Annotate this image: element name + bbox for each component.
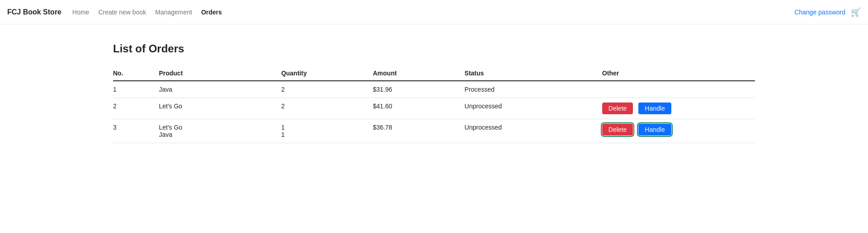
cell-no: 2 bbox=[113, 98, 159, 119]
cell-product: Let's GoJava bbox=[159, 119, 281, 143]
navbar-right: Change password 🛒 bbox=[794, 7, 861, 17]
nav-link-home[interactable]: Home bbox=[72, 9, 89, 16]
cell-quantity: 2 bbox=[281, 81, 373, 98]
cell-status: Unprocessed bbox=[465, 98, 602, 119]
cart-icon[interactable]: 🛒 bbox=[851, 7, 861, 17]
nav-link-management[interactable]: Management bbox=[155, 9, 192, 16]
nav-link-create-new-book[interactable]: Create new book bbox=[98, 9, 146, 16]
handle-button[interactable]: Handle bbox=[638, 124, 671, 135]
navbar: FCJ Book Store Home Create new book Mana… bbox=[0, 0, 868, 24]
cell-amount: $36.78 bbox=[373, 119, 465, 143]
nav-link-orders[interactable]: Orders bbox=[201, 9, 222, 16]
handle-button[interactable]: Handle bbox=[638, 103, 671, 114]
navbar-brand: FCJ Book Store bbox=[7, 8, 61, 16]
table-row: 2Let's Go2$41.60UnprocessedDeleteHandle bbox=[113, 98, 755, 119]
cell-quantity: 2 bbox=[281, 98, 373, 119]
table-body: 1Java2$31.96Processed2Let's Go2$41.60Unp… bbox=[113, 81, 755, 143]
cell-no: 1 bbox=[113, 81, 159, 98]
cell-quantity: 11 bbox=[281, 119, 373, 143]
delete-button[interactable]: Delete bbox=[602, 124, 633, 135]
main-content: List of Orders No. Product Quantity Amou… bbox=[0, 24, 868, 161]
cell-status: Unprocessed bbox=[465, 119, 602, 143]
col-header-amount: Amount bbox=[373, 66, 465, 81]
cell-other: DeleteHandle bbox=[602, 119, 755, 143]
orders-table: No. Product Quantity Amount Status Other… bbox=[113, 66, 755, 143]
col-header-product: Product bbox=[159, 66, 281, 81]
cell-amount: $31.96 bbox=[373, 81, 465, 98]
col-header-status: Status bbox=[465, 66, 602, 81]
cell-no: 3 bbox=[113, 119, 159, 143]
table-row: 3Let's GoJava11$36.78UnprocessedDeleteHa… bbox=[113, 119, 755, 143]
cell-other: DeleteHandle bbox=[602, 98, 755, 119]
cell-product: Java bbox=[159, 81, 281, 98]
navbar-left: FCJ Book Store Home Create new book Mana… bbox=[7, 8, 222, 16]
cell-status: Processed bbox=[465, 81, 602, 98]
cell-product: Let's Go bbox=[159, 98, 281, 119]
nav-links: Home Create new book Management Orders bbox=[72, 9, 222, 16]
cell-amount: $41.60 bbox=[373, 98, 465, 119]
delete-button[interactable]: Delete bbox=[602, 103, 633, 114]
col-header-other: Other bbox=[602, 66, 755, 81]
col-header-quantity: Quantity bbox=[281, 66, 373, 81]
cell-other bbox=[602, 81, 755, 98]
table-row: 1Java2$31.96Processed bbox=[113, 81, 755, 98]
col-header-no: No. bbox=[113, 66, 159, 81]
change-password-link[interactable]: Change password bbox=[794, 9, 845, 16]
page-title: List of Orders bbox=[113, 42, 755, 55]
table-header: No. Product Quantity Amount Status Other bbox=[113, 66, 755, 81]
